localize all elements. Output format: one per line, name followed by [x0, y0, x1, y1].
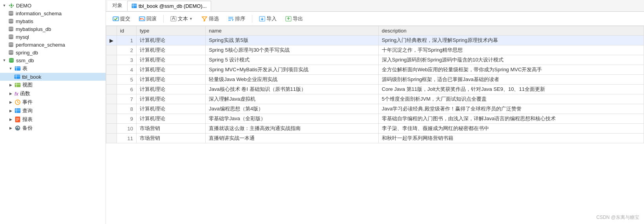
svg-rect-29 [15, 83, 20, 87]
svg-point-10 [9, 30, 13, 31]
tab-object[interactable]: 对象 [108, 1, 127, 11]
sidebar-label-mybatis: mybatis [16, 18, 33, 24]
row-indicator [106, 45, 117, 55]
cell-name: Java编程思想（第4版） [206, 104, 379, 114]
cell-id: 6 [117, 85, 137, 94]
data-table-area[interactable]: id type name description ▶1计算机理论Spring实战… [106, 26, 644, 224]
report-icon [15, 116, 21, 123]
table-row[interactable]: 9计算机理论零基础学Java（全彩版）零基础自学编程的入门图书，由浅入深，详解J… [106, 114, 644, 124]
chevron-right-icon [8, 82, 13, 88]
sidebar-label-tables: 表 [22, 65, 27, 72]
table-icon [14, 74, 20, 80]
svg-rect-35 [15, 108, 20, 113]
svg-point-7 [9, 22, 13, 23]
filter-label: 筛选 [209, 15, 219, 22]
sidebar-item-mybatis[interactable]: mybatis [0, 17, 106, 25]
rollback-icon [139, 16, 145, 22]
table-row[interactable]: 8计算机理论Java编程思想（第4版）Java学习必读经典,殿堂级著作！赢得了全… [106, 104, 644, 114]
sidebar-item-demo[interactable]: D DEMO [0, 2, 106, 9]
cell-description: 5个维度全面剖析JVM，大厂面试知识点全覆盖 [378, 94, 644, 104]
col-header-indicator [106, 26, 117, 36]
cell-name: Spring 5 设计模式 [206, 55, 379, 65]
sidebar-label-performance-schema: performance_schema [16, 42, 65, 48]
table-row[interactable]: 11市场营销直播销讲实战一本通和秋叶一起学系列网络营销书籍 [106, 134, 644, 143]
table-row[interactable]: 6计算机理论Java核心技术 卷I 基础知识（原书第11版）Core Java … [106, 85, 644, 94]
sidebar-label-queries: 查询 [22, 107, 33, 114]
col-header-id[interactable]: id [117, 26, 137, 36]
svg-text:A: A [172, 16, 175, 21]
db-cylinder-icon [8, 49, 14, 56]
export-label: 导出 [293, 15, 303, 22]
col-header-type[interactable]: type [137, 26, 206, 36]
cell-description: 源码级剖析Spring框架，适合已掌握Java基础的读者 [378, 75, 644, 85]
sidebar-item-views-folder[interactable]: 视图 [0, 81, 106, 89]
sidebar-item-reports-folder[interactable]: 报表 [0, 115, 106, 124]
sidebar-item-tables-folder[interactable]: 表 [0, 64, 106, 73]
cell-type: 计算机理论 [137, 45, 206, 55]
cell-type: 计算机理论 [137, 75, 206, 85]
db-active-icon [8, 57, 15, 63]
sidebar-item-tbl-book[interactable]: tbl_book [0, 73, 106, 81]
db-cylinder-icon [8, 10, 14, 16]
sidebar-item-ssm-db[interactable]: ssm_db [0, 56, 106, 64]
main-panel: 对象 tbl_book @ssm_db (DEMO)... [106, 0, 644, 224]
tab-tbl-book[interactable]: tbl_book @ssm_db (DEMO)... [127, 1, 211, 11]
backup-icon [15, 125, 21, 131]
toolbar-separator-1 [163, 15, 164, 23]
sidebar-item-queries-folder[interactable]: 查询 [0, 107, 106, 115]
table-tab-icon [131, 3, 137, 9]
svg-point-19 [9, 53, 13, 55]
row-indicator [106, 85, 117, 94]
table-row[interactable]: 10市场营销直播就该这么做：主播高效沟通实战指南李子柒、李佳琦、薇娅成为网红的秘… [106, 124, 644, 134]
view-icon [15, 82, 21, 88]
cell-name: 深入理解Java虚拟机 [206, 94, 379, 104]
tab-tbl-book-label: tbl_book @ssm_db (DEMO)... [139, 3, 207, 9]
toolbar-separator-2 [252, 15, 252, 23]
sidebar-label-demo: DEMO [16, 3, 31, 9]
rollback-button[interactable]: 回滚 [135, 14, 160, 24]
sidebar-item-events-folder[interactable]: 事件 [0, 98, 106, 107]
commit-button[interactable]: 提交 [109, 14, 134, 24]
cell-type: 计算机理论 [137, 94, 206, 104]
col-header-name[interactable]: name [206, 26, 379, 36]
sidebar-item-mysql[interactable]: mysql [0, 33, 106, 41]
table-row[interactable]: 3计算机理论Spring 5 设计模式深入Spring源码剖析Spring源码中… [106, 55, 644, 65]
sidebar-item-mybatisplus[interactable]: mybatisplus_db [0, 25, 106, 33]
chevron-right-icon [8, 117, 13, 122]
sidebar-item-spring-db[interactable]: spring_db [0, 49, 106, 56]
sidebar-label-reports: 报表 [22, 116, 33, 123]
text-button[interactable]: A 文本 ▼ [167, 14, 196, 24]
import-label: 导入 [266, 15, 277, 22]
cell-type: 计算机理论 [137, 85, 206, 94]
filter-button[interactable]: 筛选 [198, 14, 223, 24]
table-row[interactable]: 4计算机理论Spring MVC+MyBatis开发从入门到项目实战全方位解析面… [106, 65, 644, 75]
import-button[interactable]: 导入 [255, 14, 280, 24]
sort-icon [228, 16, 234, 22]
table-folder-icon [15, 65, 21, 72]
cell-id: 11 [117, 134, 137, 143]
cell-type: 计算机理论 [137, 114, 206, 124]
table-row[interactable]: ▶1计算机理论Spring实战 第5版Spring入门经典教程，深入理解Spri… [106, 36, 644, 45]
text-label: 文本 [178, 15, 188, 22]
table-row[interactable]: 7计算机理论深入理解Java虚拟机5个维度全面剖析JVM，大厂面试知识点全覆盖 [106, 94, 644, 104]
col-header-description[interactable]: description [378, 26, 644, 36]
cell-description: Core Java 第11版，Jolt大奖获奖作品，针对Java SE9、10、… [378, 85, 644, 94]
toolbar: 提交 回滚 A 文本 ▼ [106, 12, 644, 26]
cell-type: 市场营销 [137, 134, 206, 143]
filter-icon [201, 16, 208, 22]
sidebar-item-backups-folder[interactable]: 备份 [0, 124, 106, 132]
table-row[interactable]: 5计算机理论轻量级Java Web企业应用实战源码级剖析Spring框架，适合已… [106, 75, 644, 85]
export-button[interactable]: 导出 [282, 14, 306, 24]
cell-description: 十年沉淀之作，手写Spring精华思想 [378, 45, 644, 55]
commit-label: 提交 [120, 15, 130, 22]
sidebar-item-functions-folder[interactable]: fx 函数 [0, 89, 106, 98]
chevron-right-icon [8, 91, 13, 96]
cell-id: 10 [117, 124, 137, 134]
cell-type: 计算机理论 [137, 36, 206, 45]
demo-icon: D [8, 2, 15, 9]
table-row[interactable]: 2计算机理论Spring 5核心原理与30个类手写实战十年沉淀之作，手写Spri… [106, 45, 644, 55]
export-icon [285, 16, 292, 22]
sidebar-item-performance-schema[interactable]: performance_schema [0, 41, 106, 49]
sidebar-item-information-schema[interactable]: information_schema [0, 9, 106, 17]
sort-button[interactable]: 排序 [224, 14, 249, 24]
